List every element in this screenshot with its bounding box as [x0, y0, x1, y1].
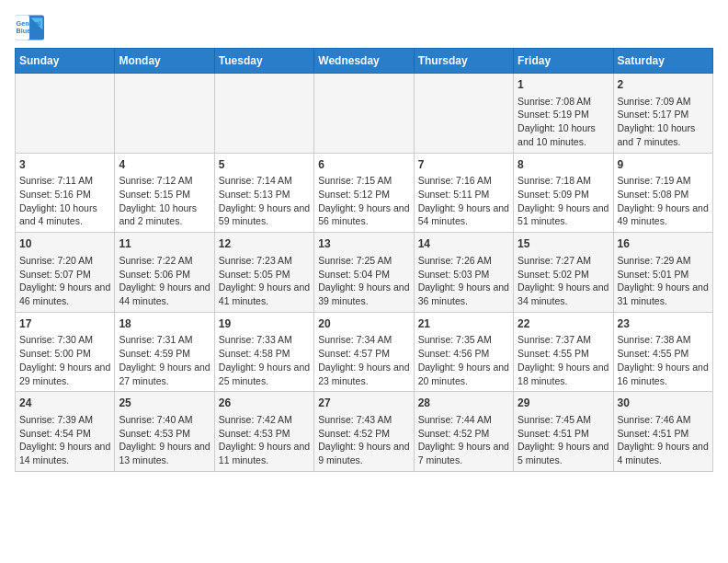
day-info: Sunrise: 7:27 AM: [518, 254, 609, 268]
day-info: Daylight: 9 hours and 46 minutes.: [19, 281, 110, 307]
logo-icon: General Blue: [15, 15, 44, 40]
day-number: 22: [518, 316, 609, 332]
day-number: 11: [119, 236, 210, 252]
day-info: Daylight: 9 hours and 5 minutes.: [518, 440, 609, 466]
calendar-cell: 17Sunrise: 7:30 AMSunset: 5:00 PMDayligh…: [16, 312, 115, 392]
day-info: Sunrise: 7:38 AM: [618, 333, 709, 347]
day-info: Sunset: 4:58 PM: [219, 347, 310, 361]
calendar-cell: 24Sunrise: 7:39 AMSunset: 4:54 PMDayligh…: [16, 392, 115, 472]
day-number: 24: [19, 396, 110, 411]
day-info: Daylight: 9 hours and 34 minutes.: [518, 281, 609, 307]
day-info: Sunrise: 7:15 AM: [318, 174, 409, 188]
day-info: Daylight: 10 hours and 10 minutes.: [518, 121, 609, 148]
calendar-cell: 15Sunrise: 7:27 AMSunset: 5:02 PMDayligh…: [514, 233, 613, 313]
calendar-cell: 1Sunrise: 7:08 AMSunset: 5:19 PMDaylight…: [514, 74, 613, 154]
calendar-cell: 30Sunrise: 7:46 AMSunset: 4:51 PMDayligh…: [613, 392, 712, 472]
calendar-cell: [115, 74, 214, 154]
day-info: Sunrise: 7:25 AM: [318, 254, 409, 268]
day-number: 28: [418, 396, 509, 411]
day-info: Daylight: 9 hours and 27 minutes.: [119, 361, 210, 387]
calendar-cell: 21Sunrise: 7:35 AMSunset: 4:56 PMDayligh…: [414, 312, 513, 392]
day-info: Sunset: 4:53 PM: [219, 427, 310, 441]
calendar-cell: 13Sunrise: 7:25 AMSunset: 5:04 PMDayligh…: [314, 233, 414, 313]
day-info: Sunset: 5:03 PM: [418, 268, 509, 282]
day-info: Sunrise: 7:16 AM: [418, 174, 509, 188]
day-number: 12: [219, 236, 310, 252]
day-info: Sunset: 5:16 PM: [19, 188, 110, 201]
day-info: Sunrise: 7:31 AM: [119, 333, 210, 347]
day-info: Sunset: 5:11 PM: [418, 188, 509, 201]
calendar-cell: 25Sunrise: 7:40 AMSunset: 4:53 PMDayligh…: [115, 392, 214, 472]
calendar-cell: 28Sunrise: 7:44 AMSunset: 4:52 PMDayligh…: [414, 392, 513, 472]
day-info: Daylight: 9 hours and 16 minutes.: [618, 361, 709, 387]
day-number: 25: [119, 396, 210, 411]
svg-text:Blue: Blue: [17, 27, 31, 35]
day-number: 14: [418, 236, 509, 252]
calendar-cell: 7Sunrise: 7:16 AMSunset: 5:11 PMDaylight…: [414, 153, 513, 233]
day-info: Daylight: 9 hours and 4 minutes.: [618, 440, 709, 466]
day-info: Sunset: 4:57 PM: [318, 347, 409, 361]
day-info: Sunset: 5:06 PM: [119, 268, 210, 282]
day-number: 7: [418, 157, 509, 173]
calendar-table: SundayMondayTuesdayWednesdayThursdayFrid…: [15, 48, 713, 472]
day-number: 15: [518, 236, 609, 252]
day-info: Sunset: 5:17 PM: [618, 108, 709, 121]
logo: General Blue: [15, 15, 44, 40]
calendar-cell: 23Sunrise: 7:38 AMSunset: 4:55 PMDayligh…: [613, 312, 712, 392]
calendar-cell: 11Sunrise: 7:22 AMSunset: 5:06 PMDayligh…: [115, 233, 214, 313]
day-info: Sunset: 5:00 PM: [19, 347, 110, 361]
day-number: 4: [119, 157, 210, 173]
day-number: 10: [19, 236, 110, 252]
calendar-cell: 22Sunrise: 7:37 AMSunset: 4:55 PMDayligh…: [514, 312, 613, 392]
day-info: Sunset: 5:13 PM: [219, 188, 310, 201]
day-info: Daylight: 9 hours and 51 minutes.: [518, 201, 609, 228]
day-info: Daylight: 9 hours and 9 minutes.: [318, 440, 409, 466]
day-info: Sunset: 5:01 PM: [618, 268, 709, 282]
day-header-monday: Monday: [115, 49, 214, 74]
day-info: Sunrise: 7:23 AM: [219, 254, 310, 268]
day-info: Daylight: 9 hours and 7 minutes.: [418, 440, 509, 466]
calendar-week-row: 3Sunrise: 7:11 AMSunset: 5:16 PMDaylight…: [16, 153, 713, 233]
calendar-week-row: 24Sunrise: 7:39 AMSunset: 4:54 PMDayligh…: [16, 392, 713, 472]
day-info: Sunrise: 7:08 AM: [518, 95, 609, 109]
day-info: Daylight: 9 hours and 11 minutes.: [219, 440, 310, 466]
calendar-cell: 14Sunrise: 7:26 AMSunset: 5:03 PMDayligh…: [414, 233, 513, 313]
day-info: Daylight: 9 hours and 14 minutes.: [19, 440, 110, 466]
day-info: Daylight: 9 hours and 23 minutes.: [318, 361, 409, 387]
calendar-cell: [314, 74, 414, 154]
day-number: 9: [618, 157, 709, 173]
day-info: Sunset: 5:08 PM: [618, 188, 709, 201]
calendar-cell: 26Sunrise: 7:42 AMSunset: 4:53 PMDayligh…: [214, 392, 313, 472]
day-info: Daylight: 9 hours and 36 minutes.: [418, 281, 509, 307]
day-info: Sunrise: 7:19 AM: [618, 174, 709, 188]
calendar-cell: [214, 74, 313, 154]
day-info: Sunset: 5:12 PM: [318, 188, 409, 201]
day-number: 18: [119, 316, 210, 332]
day-info: Sunset: 4:55 PM: [518, 347, 609, 361]
day-number: 21: [418, 316, 509, 332]
day-number: 20: [318, 316, 409, 332]
day-info: Sunset: 4:51 PM: [618, 427, 709, 441]
day-number: 30: [618, 396, 709, 411]
day-number: 13: [318, 236, 409, 252]
day-info: Sunrise: 7:33 AM: [219, 333, 310, 347]
calendar-cell: 29Sunrise: 7:45 AMSunset: 4:51 PMDayligh…: [514, 392, 613, 472]
calendar-cell: [16, 74, 115, 154]
day-info: Sunset: 4:52 PM: [318, 427, 409, 441]
calendar-cell: 5Sunrise: 7:14 AMSunset: 5:13 PMDaylight…: [214, 153, 313, 233]
day-info: Sunrise: 7:39 AM: [19, 413, 110, 427]
calendar-cell: 3Sunrise: 7:11 AMSunset: 5:16 PMDaylight…: [16, 153, 115, 233]
day-info: Sunrise: 7:09 AM: [618, 95, 709, 109]
day-info: Daylight: 9 hours and 49 minutes.: [618, 201, 709, 228]
calendar-cell: 12Sunrise: 7:23 AMSunset: 5:05 PMDayligh…: [214, 233, 313, 313]
calendar-cell: 2Sunrise: 7:09 AMSunset: 5:17 PMDaylight…: [613, 74, 712, 154]
day-info: Sunset: 4:54 PM: [19, 427, 110, 441]
day-info: Sunset: 5:04 PM: [318, 268, 409, 282]
day-header-sunday: Sunday: [16, 49, 115, 74]
day-info: Daylight: 9 hours and 13 minutes.: [119, 440, 210, 466]
calendar-header-row: SundayMondayTuesdayWednesdayThursdayFrid…: [16, 49, 713, 74]
day-info: Sunrise: 7:22 AM: [119, 254, 210, 268]
day-info: Daylight: 9 hours and 25 minutes.: [219, 361, 310, 387]
day-info: Daylight: 10 hours and 7 minutes.: [618, 121, 709, 148]
day-number: 2: [618, 77, 709, 93]
